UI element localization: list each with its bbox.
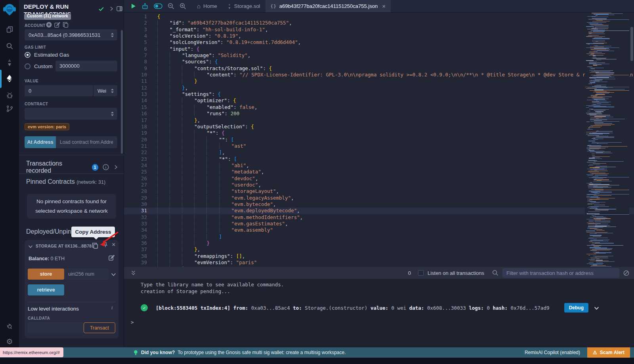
close-tab-icon[interactable]: × — [382, 3, 386, 10]
code-line[interactable]: 21 "ast" — [124, 143, 634, 149]
tab-json-active[interactable]: {} a69b43f277ba20fcac141151250ca755.json… — [265, 0, 391, 12]
listen-checkbox[interactable] — [418, 270, 424, 276]
expand-terminal-icon[interactable] — [124, 270, 136, 276]
code-line[interactable]: 19 "*": { — [124, 130, 634, 136]
at-address-input[interactable] — [56, 136, 117, 148]
code-line[interactable]: 16 "runs": 200 — [124, 111, 634, 117]
code-line[interactable]: 9 "contracts/Storage.sol": { — [124, 65, 634, 72]
code-line[interactable]: 1{ — [124, 13, 634, 20]
tab-home[interactable]: ⌂ Home — [192, 0, 222, 12]
editor-scrollbar[interactable] — [630, 27, 633, 61]
code-line[interactable]: 11 } — [124, 78, 634, 84]
code-line[interactable]: 34 "evm.assembly" — [124, 227, 634, 233]
panel-scrollbar[interactable] — [121, 30, 123, 154]
pin-contract-icon[interactable] — [102, 242, 109, 248]
code-line[interactable]: 25 "metadata", — [124, 169, 634, 175]
run-script-icon[interactable] — [130, 3, 136, 9]
estimated-gas-option[interactable]: Estimated Gas — [25, 52, 69, 58]
copy-address-icon[interactable] — [92, 242, 98, 249]
custom-gas-input[interactable] — [55, 61, 117, 71]
code-line[interactable]: 38 "remappings": [], — [124, 253, 634, 259]
terminal-prompt[interactable]: > — [124, 319, 634, 325]
collapse-contract-icon[interactable] — [28, 244, 33, 249]
contract-instance-name[interactable]: STORAGE AT 0X136...8B78 — [36, 244, 92, 248]
estimated-gas-radio[interactable] — [25, 52, 31, 58]
code-line[interactable]: 36 } — [124, 240, 634, 246]
account-select[interactable]: 0xA03...85ac4 (0.39866531531 — [25, 29, 117, 40]
code-line[interactable]: 8 "sources": { — [124, 59, 634, 65]
zoom-out-icon[interactable] — [168, 3, 174, 10]
code-line[interactable]: 26 "devdoc", — [124, 175, 634, 182]
expand-tx-icon[interactable] — [594, 305, 599, 311]
custom-gas-radio[interactable] — [25, 63, 31, 69]
code-line[interactable]: 6 "input": { — [124, 46, 634, 52]
store-button[interactable]: store — [28, 269, 64, 280]
code-line[interactable]: 20 "": [ — [124, 137, 634, 143]
info-icon[interactable] — [103, 164, 109, 170]
solidity-compiler-icon[interactable] — [0, 55, 19, 71]
panel-chevron-right-icon[interactable] — [108, 5, 115, 12]
plugin-manager-icon[interactable] — [0, 318, 19, 334]
code-line[interactable]: 17 }, — [124, 117, 634, 124]
contract-select[interactable] — [25, 108, 117, 120]
transaction-result-row[interactable]: ✓ [block:5583405 txIndex:4] from: 0xa03.… — [124, 303, 634, 313]
sign-message-icon[interactable] — [54, 22, 60, 28]
code-line[interactable]: 4 "solcVersion": "0.8.19", — [124, 33, 634, 39]
deploy-run-icon[interactable] — [0, 71, 19, 86]
code-line[interactable]: 37 }, — [124, 246, 634, 253]
transact-button[interactable]: Transact — [84, 322, 115, 333]
code-line[interactable]: 18 "outputSelection": { — [124, 124, 634, 130]
search-icon[interactable] — [0, 38, 19, 54]
add-account-icon[interactable] — [46, 22, 52, 28]
settings-gear-icon[interactable]: ⚙ — [0, 334, 19, 349]
scam-alert-button[interactable]: ⚠ Scam Alert — [587, 347, 630, 358]
code-line[interactable]: 15 "enabled": false, — [124, 104, 634, 111]
code-line[interactable]: 32 "evm.methodIdentifiers", — [124, 214, 634, 221]
debug-button[interactable]: Debug — [564, 303, 588, 313]
code-line[interactable]: 28 "storageLayout", — [124, 188, 634, 194]
at-address-button[interactable]: At Address — [25, 136, 56, 148]
code-line[interactable]: 24 "abi", — [124, 162, 634, 169]
remix-logo-icon[interactable] — [0, 2, 19, 17]
copilot-toggle-icon[interactable] — [154, 3, 162, 9]
code-line[interactable]: 39 "evmVersion": "paris" — [124, 259, 634, 266]
code-line[interactable]: 31 "evm.deployedBytecode", — [124, 208, 634, 214]
code-line[interactable]: 14 "optimizer": { — [124, 97, 634, 104]
tab-storage-sol[interactable]: Storage.sol — [222, 0, 265, 12]
copilot-status[interactable]: RemixAI Copilot (enabled) — [525, 350, 580, 355]
code-line[interactable]: 2 "id": "a69b43f277ba20fcac141151250ca75… — [124, 20, 634, 26]
clear-console-icon[interactable] — [623, 270, 629, 276]
transaction-filter-input[interactable] — [502, 268, 619, 278]
code-line[interactable]: 30 "evm.bytecode", — [124, 201, 634, 208]
calldata-input[interactable] — [28, 322, 84, 333]
code-line[interactable]: 13 "settings": { — [124, 91, 634, 97]
zoom-in-icon[interactable] — [180, 3, 186, 10]
code-line[interactable]: 23 "*": [ — [124, 156, 634, 162]
code-line[interactable]: 5 "solcLongVersion": "0.8.19+commit.7dd6… — [124, 39, 634, 46]
store-input[interactable] — [64, 269, 109, 280]
code-line[interactable]: 10 "content": "// SPDX-License-Identifie… — [124, 72, 634, 78]
minimap[interactable] — [585, 13, 629, 280]
remove-contract-icon[interactable]: × — [112, 241, 115, 248]
code-line[interactable]: 35 ] — [124, 234, 634, 240]
code-editor[interactable]: 1{2 "id": "a69b43f277ba20fcac141151250ca… — [124, 13, 634, 280]
code-line[interactable]: 22 ], — [124, 149, 634, 156]
expand-transactions-icon[interactable] — [113, 165, 118, 170]
value-unit-select[interactable]: Wei — [93, 85, 117, 96]
expand-store-icon[interactable] — [111, 272, 116, 277]
code-line[interactable]: 33 "evm.gasEstimates", — [124, 221, 634, 227]
remixai-robot-icon[interactable] — [141, 3, 149, 10]
terminal[interactable]: Type the library name to see available c… — [124, 279, 634, 347]
custom-gas-option[interactable]: Custom — [25, 63, 53, 69]
edit-balance-icon[interactable] — [109, 255, 115, 261]
git-branch-icon[interactable] — [0, 101, 19, 116]
code-line[interactable]: 29 "evm.legacyAssembly", — [124, 195, 634, 201]
code-line[interactable]: 3 "_format": "hh-sol-build-info-1", — [124, 27, 634, 33]
transactions-recorded-row[interactable]: Transactions recorded 1 — [26, 160, 118, 174]
code-line[interactable]: 12 }, — [124, 85, 634, 91]
pinned-check-icon[interactable] — [97, 5, 105, 12]
value-input[interactable] — [25, 85, 93, 96]
file-explorer-icon[interactable] — [0, 21, 19, 37]
code-line[interactable]: 7 "language": "Solidity", — [124, 52, 634, 59]
code-line[interactable]: 27 "userdoc", — [124, 182, 634, 188]
